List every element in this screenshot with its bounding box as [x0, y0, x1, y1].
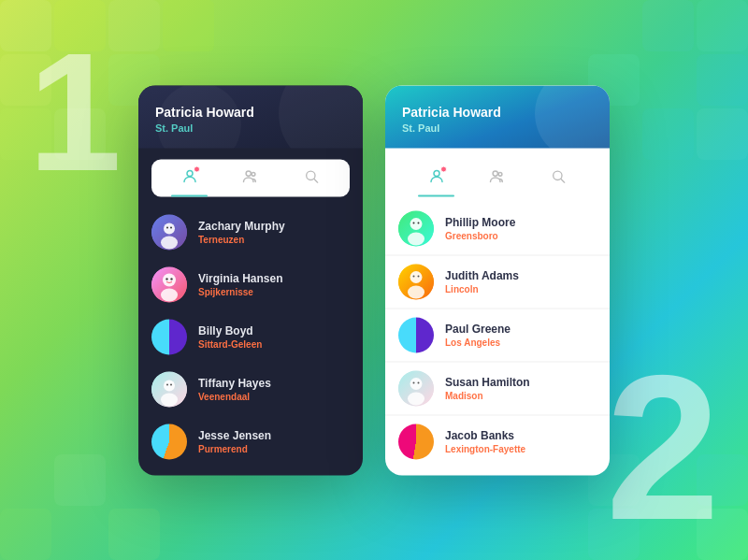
svg-point-42 — [418, 381, 420, 383]
cards-container: Patricia Howard St. Paul — [138, 85, 610, 475]
svg-point-9 — [170, 226, 172, 228]
contact-name-zachary: Zachary Murphy — [198, 220, 285, 233]
svg-point-0 — [187, 170, 193, 176]
contact-name-billy: Billy Boyd — [198, 324, 262, 337]
contact-city-susan: Madison — [445, 391, 530, 401]
contact-name-virginia: Virginia Hansen — [198, 272, 282, 285]
contact-name-tiffany: Tiffany Hayes — [198, 377, 271, 390]
contact-city-jesse: Purmerend — [198, 444, 271, 454]
svg-point-15 — [151, 319, 187, 354]
svg-point-2 — [252, 172, 255, 176]
contact-item-paul[interactable]: Paul Greene Los Angeles — [385, 308, 610, 361]
contact-info-virginia: Virginia Hansen Spijkernisse — [198, 272, 282, 297]
group-icon — [242, 167, 259, 188]
card2-user-city: St. Paul — [402, 122, 593, 133]
svg-point-21 — [151, 424, 187, 459]
svg-point-13 — [165, 278, 167, 280]
contact-info-paul: Paul Greene Los Angeles — [445, 323, 511, 348]
notification-dot2 — [440, 165, 447, 172]
contact-info-jacob: Jacob Banks Lexington-Fayette — [445, 429, 525, 454]
svg-point-12 — [161, 288, 178, 301]
avatar-jesse — [151, 424, 187, 459]
contact-name-paul: Paul Greene — [445, 323, 511, 336]
contact-city-billy: Sittard-Geleen — [198, 339, 262, 350]
contact-info-phillip: Phillip Moore Greensboro — [445, 216, 515, 241]
contact-info-tiffany: Tiffany Hayes Veenendaal — [198, 377, 271, 402]
svg-line-4 — [314, 179, 318, 182]
background-number-2: 2 — [606, 345, 720, 551]
svg-point-35 — [413, 275, 415, 277]
card-light: Patricia Howard St. Paul — [385, 85, 610, 475]
svg-point-39 — [410, 378, 423, 390]
card1-contact-list: Zachary Murphy Terneuzen — [138, 200, 363, 475]
contact-city-tiffany: Veenendaal — [198, 392, 271, 402]
svg-point-6 — [164, 223, 175, 234]
avatar-zachary — [151, 214, 187, 250]
contact-name-judith: Judith Adams — [445, 269, 519, 282]
contact-city-virginia: Spijkernisse — [198, 287, 282, 297]
card1-tab-bar — [151, 159, 350, 196]
contact-city-phillip: Greensboro — [445, 231, 515, 241]
contact-item-judith[interactable]: Judith Adams Lincoln — [385, 254, 610, 308]
contact-name-jacob: Jacob Banks — [445, 429, 525, 442]
contact-info-judith: Judith Adams Lincoln — [445, 269, 519, 294]
search-icon2 — [551, 168, 566, 187]
svg-point-28 — [410, 218, 423, 230]
svg-point-23 — [493, 170, 497, 175]
svg-point-34 — [408, 285, 424, 298]
svg-point-17 — [164, 380, 175, 391]
svg-line-26 — [561, 179, 565, 182]
avatar-jacob — [398, 424, 434, 459]
contact-info-zachary: Zachary Murphy Terneuzen — [198, 220, 285, 245]
card2-tab-bar — [398, 159, 597, 196]
contact-city-zachary: Terneuzen — [198, 235, 285, 245]
card1-tab-search[interactable] — [281, 159, 342, 196]
card1-tab-contacts[interactable] — [159, 159, 220, 196]
avatar-phillip — [398, 210, 434, 246]
card1-tab-groups[interactable] — [220, 159, 280, 196]
contact-item-susan[interactable]: Susan Hamilton Madison — [385, 361, 610, 414]
avatar-billy — [151, 319, 187, 354]
card2-header: Patricia Howard St. Paul — [385, 85, 610, 148]
card2-tab-contacts[interactable] — [406, 159, 467, 196]
person-icon — [181, 167, 198, 188]
contact-item-tiffany[interactable]: Tiffany Hayes Veenendaal — [138, 363, 363, 415]
avatar-virginia — [151, 266, 187, 302]
card2-user-name: Patricia Howard — [402, 104, 593, 119]
svg-point-19 — [166, 383, 168, 385]
contact-name-susan: Susan Hamilton — [445, 376, 530, 389]
card2-contact-list: Phillip Moore Greensboro Judi — [385, 196, 610, 475]
avatar-judith — [398, 264, 434, 299]
svg-point-43 — [398, 424, 434, 459]
contact-info-jesse: Jesse Jensen Purmerend — [198, 429, 271, 454]
contact-item-zachary[interactable]: Zachary Murphy Terneuzen — [138, 206, 363, 258]
svg-point-20 — [170, 383, 172, 385]
svg-point-29 — [408, 232, 424, 245]
card2-tab-groups[interactable] — [467, 159, 527, 196]
contact-item-billy[interactable]: Billy Boyd Sittard-Geleen — [138, 310, 363, 363]
contact-item-jesse[interactable]: Jesse Jensen Purmerend — [138, 415, 363, 467]
svg-point-24 — [498, 172, 502, 176]
contact-city-judith: Lincoln — [445, 284, 519, 294]
contact-item-phillip[interactable]: Phillip Moore Greensboro — [385, 202, 610, 254]
contact-city-jacob: Lexington-Fayette — [445, 444, 525, 454]
svg-point-7 — [161, 236, 178, 249]
svg-point-31 — [418, 222, 420, 223]
search-icon — [304, 168, 319, 187]
svg-point-33 — [410, 271, 423, 283]
avatar-susan — [398, 370, 434, 406]
avatar-tiffany — [151, 371, 187, 407]
card1-user-name: Patricia Howard — [155, 104, 346, 119]
person-icon-wrap2 — [428, 167, 445, 184]
card1-header: Patricia Howard St. Paul — [138, 85, 363, 148]
contact-item-virginia[interactable]: Virginia Hansen Spijkernisse — [138, 258, 363, 310]
person-icon-wrap — [181, 167, 198, 184]
card-dark: Patricia Howard St. Paul — [138, 85, 363, 475]
contact-city-paul: Los Angeles — [445, 337, 511, 348]
svg-point-14 — [170, 278, 172, 280]
contact-item-jacob[interactable]: Jacob Banks Lexington-Fayette — [385, 414, 610, 467]
svg-point-36 — [418, 275, 420, 277]
svg-point-18 — [161, 393, 178, 406]
group-icon2 — [489, 167, 506, 188]
card2-tab-search[interactable] — [528, 159, 589, 196]
